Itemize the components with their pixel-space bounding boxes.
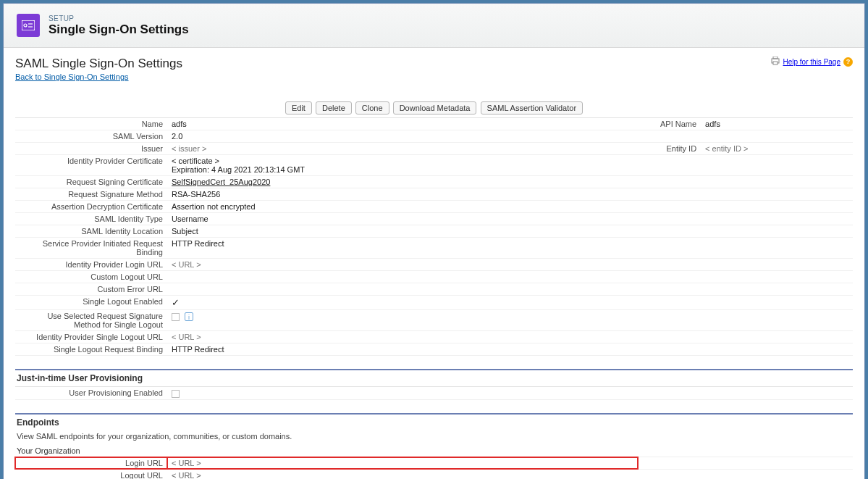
value-ident-loc: Subject bbox=[167, 225, 585, 238]
value-saml-version: 2.0 bbox=[167, 130, 585, 143]
label-req-sign-cert: Request Signing Certificate bbox=[15, 176, 167, 188]
value-idp-slo-url: < URL > bbox=[167, 331, 585, 343]
setup-icon bbox=[17, 14, 40, 37]
checkbox-unchecked bbox=[172, 313, 180, 321]
value-issuer: < issuer > bbox=[167, 143, 585, 155]
page-title: SAML Single Sign-On Settings bbox=[15, 57, 182, 71]
edit-button[interactable]: Edit bbox=[285, 101, 312, 114]
svg-point-1 bbox=[24, 24, 27, 27]
label-api-name: API Name bbox=[585, 118, 701, 130]
value-idp-login-url: < URL > bbox=[167, 259, 585, 271]
label-custom-logout-url: Custom Logout URL bbox=[15, 271, 167, 283]
label-idp-login-url: Identity Provider Login URL bbox=[15, 259, 167, 271]
value-ident-type: Username bbox=[167, 213, 585, 225]
label-login-url: Login URL bbox=[15, 457, 167, 470]
svg-rect-6 bbox=[773, 62, 778, 64]
endpoints-sub: View SAML endpoints for your organizatio… bbox=[15, 430, 853, 445]
label-user-prov-enabled: User Provisioning Enabled bbox=[15, 387, 167, 400]
help-icon[interactable]: ? bbox=[843, 57, 853, 67]
label-assert-dec-cert: Assertion Decryption Certificate bbox=[15, 201, 167, 213]
value-api-name: adfs bbox=[701, 118, 853, 130]
value-idp-cert: < certificate > Expiration: 4 Aug 2021 2… bbox=[167, 155, 585, 176]
value-assert-dec-cert: Assertion not encrypted bbox=[167, 201, 585, 213]
header-eyebrow: SETUP bbox=[49, 14, 189, 22]
value-req-sig-method: RSA-SHA256 bbox=[167, 188, 585, 201]
button-bar-top: Edit Delete Clone Download Metadata SAML… bbox=[15, 101, 853, 114]
details-table: Name adfs API Name adfs SAML Version 2.0… bbox=[15, 117, 853, 356]
header-title: Single Sign-On Settings bbox=[49, 22, 189, 37]
label-ident-loc: SAML Identity Location bbox=[15, 225, 167, 238]
label-logout-url: Logout URL bbox=[15, 469, 167, 479]
value-use-sel-sig-method: i bbox=[167, 310, 585, 331]
clone-button[interactable]: Clone bbox=[355, 101, 389, 114]
label-idp-slo-url: Identity Provider Single Logout URL bbox=[15, 331, 167, 343]
provisioning-table: User Provisioning Enabled bbox=[15, 386, 853, 400]
label-ident-type: SAML Identity Type bbox=[15, 213, 167, 225]
value-logout-url: < URL > bbox=[167, 469, 638, 479]
label-use-sel-sig-method: Use Selected Request Signature Method fo… bbox=[15, 310, 167, 331]
label-idp-cert: Identity Provider Certificate bbox=[15, 155, 167, 176]
label-slo-binding: Single Logout Request Binding bbox=[15, 343, 167, 356]
delete-button[interactable]: Delete bbox=[316, 101, 352, 114]
section-endpoints: Endpoints bbox=[15, 413, 853, 430]
svg-rect-5 bbox=[773, 57, 778, 59]
value-slo-binding: HTTP Redirect bbox=[167, 343, 585, 356]
value-entity-id: < entity ID > bbox=[701, 143, 853, 155]
check-icon: ✓ bbox=[172, 297, 180, 308]
label-saml-version: SAML Version bbox=[15, 130, 167, 143]
value-idp-cert-line1: < certificate > bbox=[172, 157, 581, 165]
label-req-sig-method: Request Signature Method bbox=[15, 188, 167, 201]
back-to-settings-link[interactable]: Back to Single Sign-On Settings bbox=[15, 72, 129, 81]
value-login-url: < URL > bbox=[167, 457, 638, 470]
value-custom-logout-url bbox=[167, 271, 585, 283]
page-header: SETUP Single Sign-On Settings bbox=[4, 4, 864, 48]
endpoints-table: Login URL < URL > Logout URL < URL > OAu… bbox=[15, 457, 853, 479]
download-metadata-button[interactable]: Download Metadata bbox=[393, 101, 477, 114]
saml-validator-button[interactable]: SAML Assertion Validator bbox=[481, 101, 583, 114]
printer-icon[interactable] bbox=[770, 57, 780, 67]
label-name: Name bbox=[15, 118, 167, 130]
value-name: adfs bbox=[167, 118, 585, 130]
label-entity-id: Entity ID bbox=[585, 143, 701, 155]
value-sp-req-binding: HTTP Redirect bbox=[167, 238, 585, 259]
label-custom-error-url: Custom Error URL bbox=[15, 283, 167, 296]
info-icon[interactable]: i bbox=[185, 312, 193, 321]
value-idp-cert-line2: Expiration: 4 Aug 2021 20:13:14 GMT bbox=[172, 165, 581, 174]
label-sp-req-binding: Service Provider Initiated Request Bindi… bbox=[15, 238, 167, 259]
checkbox-unchecked bbox=[172, 390, 180, 398]
value-custom-error-url bbox=[167, 283, 585, 296]
help-link[interactable]: Help for this Page bbox=[783, 58, 841, 66]
label-issuer: Issuer bbox=[15, 143, 167, 155]
label-single-logout-enabled: Single Logout Enabled bbox=[15, 296, 167, 310]
value-req-sign-cert[interactable]: SelfSignedCert_25Aug2020 bbox=[172, 178, 270, 186]
endpoints-your-org: Your Organization bbox=[15, 445, 853, 457]
section-jit-provisioning: Just-in-time User Provisioning bbox=[15, 369, 853, 386]
